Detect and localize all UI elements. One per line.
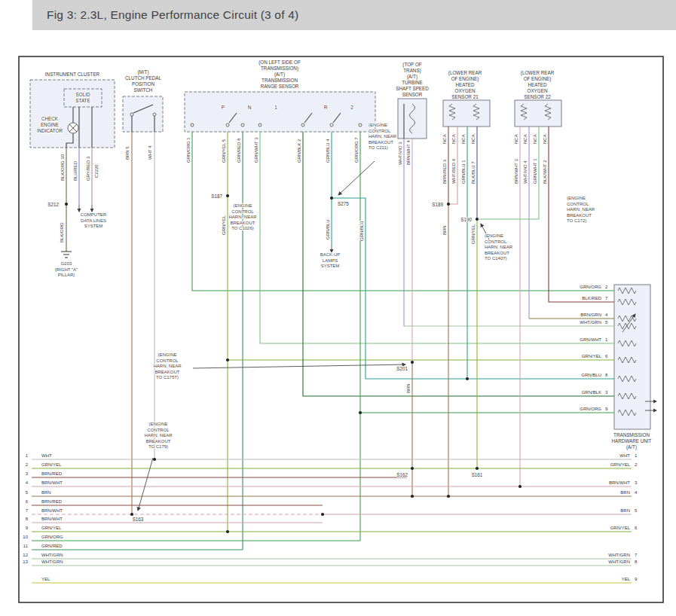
note-text: (ENGINE bbox=[485, 233, 503, 238]
row-label: GRN/YEL bbox=[41, 462, 62, 467]
heated-oxygen-sensor-22-box bbox=[515, 100, 561, 127]
note-text: COMPUTER bbox=[81, 212, 107, 217]
transmission-range-sensor-label: TRANSMISSION) bbox=[261, 66, 298, 72]
heated-oxygen-sensor-22-label: OXYGEN bbox=[528, 88, 548, 93]
thu-row-label: WHT/GRN bbox=[580, 320, 601, 325]
clutch-pedal-position-switch-label: (M/T) bbox=[137, 69, 148, 75]
wire-label: NCA bbox=[451, 134, 456, 144]
check-engine-indicator-label: INDICATOR bbox=[37, 128, 63, 133]
note-text: HARN, NEAR bbox=[485, 245, 513, 249]
check-engine-indicator-label: ENGINE bbox=[41, 122, 59, 127]
wiring-diagram: INSTRUMENT CLUSTERSOLIDSTATECHECKENGINEI… bbox=[0, 0, 676, 616]
junction-dot bbox=[476, 218, 479, 221]
wire-label: GRN/YEL 5 bbox=[222, 139, 226, 163]
note-text: CONTROL bbox=[567, 202, 589, 206]
heated-oxygen-sensor-21-label: OF ENGINE) bbox=[451, 76, 479, 82]
row-label: WHT bbox=[41, 453, 52, 458]
transmission-range-sensor-label: (ON LEFT SIDE OF bbox=[258, 59, 301, 66]
note-text: (ENGINE bbox=[148, 422, 167, 426]
switch-contact-icon bbox=[226, 124, 229, 127]
turbine-shaft-speed-sensor-label: (TOP OF bbox=[402, 62, 421, 68]
wire-label: BLK/ORG 30 bbox=[60, 154, 65, 181]
switch-contact-icon bbox=[130, 113, 133, 116]
transmission-hardware-unit-label: TRANSMISSION bbox=[613, 432, 650, 438]
note-text: (ENGINE bbox=[233, 203, 252, 208]
wire-label: GRY/RED 3 bbox=[86, 156, 90, 181]
wire-label: NCA bbox=[523, 134, 528, 144]
heated-oxygen-sensor-21-label: HEATED bbox=[455, 82, 475, 87]
note-text: G203 bbox=[61, 261, 72, 266]
note-text: HARN, NEAR bbox=[144, 433, 173, 438]
wire-label: NCA bbox=[533, 134, 537, 144]
wire-label: BLU/RED bbox=[73, 160, 78, 181]
wire-label: BRN 5 bbox=[125, 146, 130, 160]
row-label: YEL bbox=[41, 577, 50, 581]
wire-label: BLK/ORG bbox=[60, 222, 64, 242]
row-label: GRN/RED bbox=[41, 544, 63, 548]
wire-label: GRN/BLK 2 bbox=[297, 139, 301, 163]
switch-contact-icon bbox=[301, 124, 304, 127]
junction-dot bbox=[359, 411, 362, 414]
note-text: BACK-UP bbox=[320, 252, 341, 257]
junction-dot bbox=[476, 467, 479, 470]
note-text: BREAKOUT bbox=[145, 439, 170, 444]
clutch-pedal-position-switch-box bbox=[123, 96, 163, 132]
thu-row-label: GRN/BLK bbox=[582, 390, 601, 395]
switch-contact-icon bbox=[153, 113, 156, 116]
heated-oxygen-sensor-22-label: (LOWER REAR bbox=[521, 70, 555, 76]
clutch-pedal-position-switch-label: SWITCH bbox=[134, 87, 153, 93]
transmission-hardware-unit-label: HARDWARE UNIT bbox=[612, 438, 652, 444]
wire-label: GRN/WHT 1 bbox=[533, 158, 537, 184]
junction-dot bbox=[226, 194, 229, 197]
row-label: GRN/YEL bbox=[41, 526, 62, 530]
switch-contact-icon bbox=[258, 124, 262, 127]
wire-label: BRN/WHT 3 bbox=[514, 158, 518, 184]
row-label: BRN bbox=[620, 490, 630, 495]
row-number: 12 bbox=[23, 553, 28, 557]
thu-row-label: GRN/WHT bbox=[580, 337, 601, 342]
wire-label: WHT/VIO 4 bbox=[523, 160, 528, 184]
note-text: (RIGHT "A" bbox=[55, 267, 78, 272]
row-number: 11 bbox=[23, 544, 29, 548]
turbine-shaft-speed-sensor-label: TURBINE bbox=[402, 80, 423, 85]
range-position-letter: 2 bbox=[350, 105, 353, 110]
junction-dot bbox=[130, 513, 133, 516]
note-text: CONTROL bbox=[156, 358, 179, 363]
wire-label: GRN/BLU 4 bbox=[326, 139, 330, 163]
note-text: TO C179) bbox=[148, 444, 168, 449]
note-text: BREAKOUT bbox=[154, 370, 179, 374]
wire-label: WHT/RED 4 bbox=[451, 158, 456, 184]
range-position-letter: 1 bbox=[274, 105, 277, 110]
junction-dot bbox=[65, 203, 68, 206]
wire-label: NCA bbox=[543, 134, 547, 144]
solid-state-label: SOLID bbox=[76, 92, 90, 97]
row-label: BRN/WHT bbox=[41, 508, 63, 513]
row-label: WHT/GRN bbox=[41, 560, 63, 564]
note-text: BREAKOUT bbox=[485, 251, 509, 255]
wire-label: NCA bbox=[442, 134, 447, 144]
row-label: BRN/RED bbox=[41, 471, 63, 476]
row-label: GRN/YEL bbox=[610, 526, 631, 530]
note-text: TO C211) bbox=[369, 145, 388, 150]
heated-oxygen-sensor-21-label: OXYGEN bbox=[455, 88, 476, 93]
wire-label: GRN/WHT 3 bbox=[254, 137, 258, 163]
splice-label: S190 bbox=[460, 217, 472, 222]
note-text: HARN, NEAR bbox=[369, 134, 397, 139]
row-label: BRN bbox=[41, 490, 51, 495]
wire-label: BRN/RED 3 bbox=[442, 159, 447, 184]
note-text: SYSTEM bbox=[84, 224, 103, 228]
thu-row-label: BRN/GRN bbox=[580, 313, 601, 317]
splice-label: S201 bbox=[396, 366, 408, 371]
transmission-range-sensor-label: (A/T) bbox=[274, 72, 285, 78]
splice-label: S212 bbox=[47, 202, 59, 207]
row-label: BRN/WHT bbox=[609, 480, 630, 485]
row-label: WHT/GRN bbox=[41, 553, 63, 557]
turbine-shaft-speed-sensor-label: SENSOR bbox=[402, 92, 423, 97]
row-label: WHT bbox=[619, 453, 630, 458]
wire-label: BRN bbox=[442, 225, 447, 235]
junction-dot bbox=[518, 485, 522, 488]
heated-oxygen-sensor-21-label: SENSOR 21 bbox=[451, 94, 479, 99]
note-text: BREAKOUT bbox=[230, 221, 255, 225]
junction-dot bbox=[466, 377, 469, 380]
switch-contact-icon bbox=[191, 124, 194, 127]
